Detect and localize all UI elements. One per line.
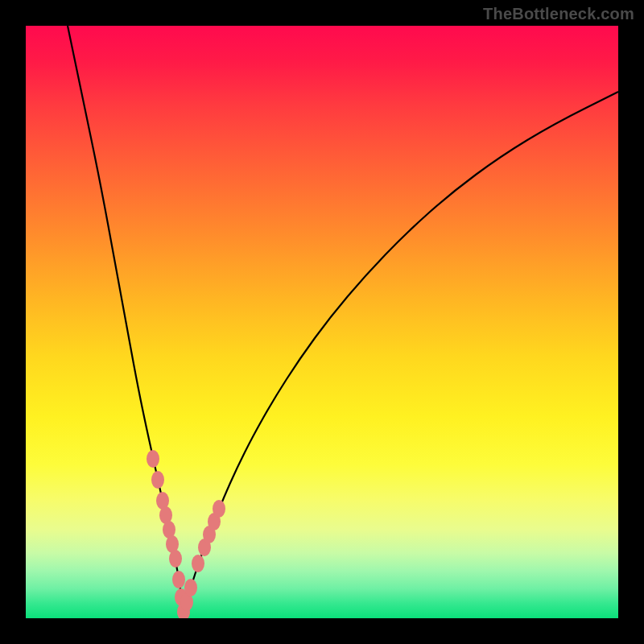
markers-left [147,450,190,618]
curve-right [184,92,618,613]
data-marker [192,555,204,572]
watermark-text: TheBottleneck.com [483,5,634,23]
data-marker [169,550,182,568]
data-marker [213,500,225,518]
data-marker [147,450,159,468]
markers-right [180,500,225,611]
data-marker [172,571,185,588]
plot-area [26,26,618,618]
chart-svg [26,26,618,618]
chart-frame: TheBottleneck.com [0,0,644,644]
data-marker [151,471,164,489]
data-marker [184,579,197,597]
